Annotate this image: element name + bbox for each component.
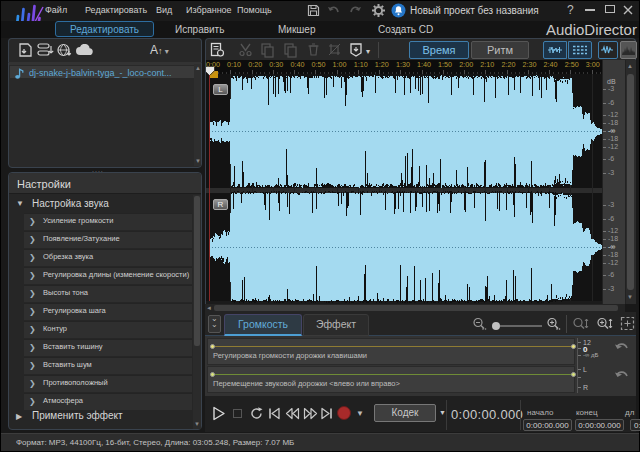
svg-text:0:50: 0:50 bbox=[312, 60, 326, 69]
svg-text:1:40: 1:40 bbox=[417, 60, 431, 69]
svg-text:2:50: 2:50 bbox=[565, 60, 579, 69]
svg-text:2:20: 2:20 bbox=[501, 60, 515, 69]
svg-text:0:30: 0:30 bbox=[269, 60, 283, 69]
svg-text:1:50: 1:50 bbox=[438, 60, 452, 69]
svg-text:0:40: 0:40 bbox=[290, 60, 304, 69]
svg-text:2:10: 2:10 bbox=[480, 60, 494, 69]
svg-text:2:40: 2:40 bbox=[544, 60, 558, 69]
svg-text:0:10: 0:10 bbox=[227, 60, 241, 69]
svg-text:0:20: 0:20 bbox=[248, 60, 262, 69]
svg-text:1:10: 1:10 bbox=[354, 60, 368, 69]
svg-text:1:20: 1:20 bbox=[375, 60, 389, 69]
svg-text:1:30: 1:30 bbox=[396, 60, 410, 69]
svg-text:3:00: 3:00 bbox=[586, 60, 600, 69]
svg-text:2:30: 2:30 bbox=[523, 60, 537, 69]
svg-text:1:00: 1:00 bbox=[333, 60, 347, 69]
svg-text:2:00: 2:00 bbox=[459, 60, 473, 69]
